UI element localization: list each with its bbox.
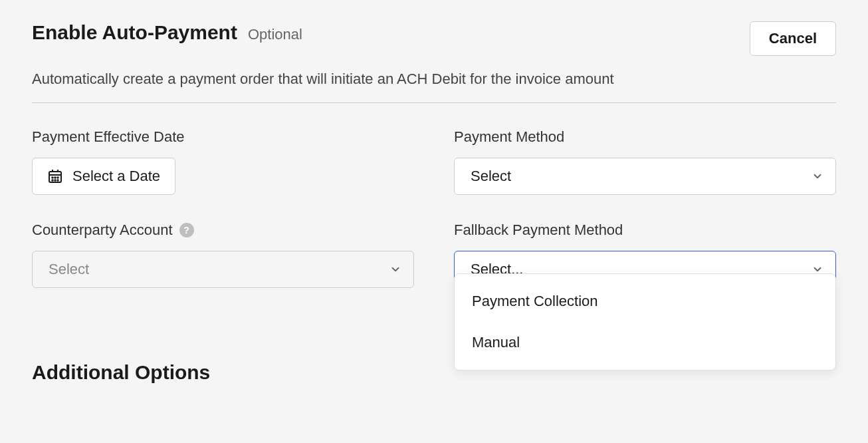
- title-group: Enable Auto-Payment Optional: [32, 21, 302, 44]
- optional-tag: Optional: [248, 26, 302, 43]
- svg-point-8: [54, 180, 56, 181]
- label-payment-effective-date: Payment Effective Date: [32, 128, 414, 146]
- dropdown-option-manual[interactable]: Manual: [455, 322, 835, 363]
- svg-point-6: [57, 177, 58, 178]
- counterparty-account-placeholder: Select: [49, 261, 89, 278]
- field-payment-effective-date: Payment Effective Date Select a Date: [32, 128, 414, 195]
- chevron-down-icon: [812, 170, 823, 182]
- fallback-dropdown-menu: Payment Collection Manual: [454, 273, 836, 370]
- label-counterparty-account-text: Counterparty Account: [32, 222, 173, 239]
- svg-point-5: [54, 177, 56, 178]
- cancel-button[interactable]: Cancel: [750, 21, 836, 56]
- label-payment-method: Payment Method: [454, 128, 836, 146]
- select-date-label: Select a Date: [72, 168, 160, 185]
- description-text: Automatically create a payment order tha…: [32, 71, 836, 103]
- field-fallback-payment-method: Fallback Payment Method Select... Paymen…: [454, 222, 836, 288]
- select-date-button[interactable]: Select a Date: [32, 158, 175, 195]
- counterparty-account-select[interactable]: Select: [32, 251, 414, 288]
- payment-method-value: Select: [471, 168, 511, 185]
- help-icon[interactable]: ?: [179, 223, 194, 237]
- payment-method-select[interactable]: Select: [454, 158, 836, 195]
- form-grid: Payment Effective Date Select a Date: [32, 128, 836, 288]
- chevron-down-icon: [389, 263, 401, 275]
- label-fallback-payment-method: Fallback Payment Method: [454, 222, 836, 239]
- dropdown-option-payment-collection[interactable]: Payment Collection: [455, 281, 835, 322]
- svg-point-7: [52, 180, 53, 181]
- label-counterparty-account: Counterparty Account ?: [32, 222, 414, 239]
- svg-point-4: [52, 177, 53, 178]
- field-payment-method: Payment Method Select: [454, 128, 836, 195]
- calendar-icon: [47, 168, 63, 184]
- page-title: Enable Auto-Payment: [32, 21, 237, 44]
- header-row: Enable Auto-Payment Optional Cancel: [32, 21, 836, 56]
- field-counterparty-account: Counterparty Account ? Select: [32, 222, 414, 288]
- svg-point-9: [57, 180, 58, 181]
